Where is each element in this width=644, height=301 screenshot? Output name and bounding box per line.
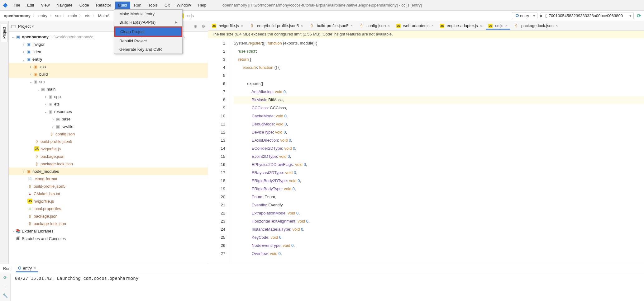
js-icon: JS [212,24,216,28]
crumb-root[interactable]: openharmony [3,13,31,18]
menu-code[interactable]: Code [76,2,92,9]
close-icon[interactable]: × [480,23,482,28]
menu-edit[interactable]: Edit [24,2,37,9]
dd-make-module[interactable]: Make Module 'entry' [114,10,182,18]
crumb-1[interactable]: entry [38,13,48,18]
tree-packagelock2[interactable]: {}package-lock.json [9,220,208,227]
js-icon: JS [396,24,401,28]
tab-5[interactable]: JSengine-adapter.js× [437,22,484,29]
json5-icon: {} [27,184,32,189]
dd-clean-project[interactable]: Clean Project [115,27,181,36]
tree-packagejson[interactable]: {}package.json [9,153,208,160]
tree-extlib[interactable]: ›📚External Libraries [9,227,208,235]
project-view-select[interactable]: Project [18,24,34,29]
refresh-icon[interactable]: ⟳ [637,13,641,19]
gear-icon[interactable]: ⚙ [202,24,205,29]
tree-rawfile[interactable]: ›▣rawfile [9,123,208,130]
tree-cpp[interactable]: ›▣cpp [9,93,208,100]
crumb-file[interactable]: cc.js [185,13,194,18]
tab-7[interactable]: {}package-lock.json× [511,22,561,30]
folder-icon: ▣ [26,57,31,62]
tab-6[interactable]: JScc.js× [486,22,510,29]
menu-refactor[interactable]: Refactor [93,2,114,9]
code-editor[interactable]: 1234567891011121314151617181920212223242… [208,38,644,264]
crumb-4[interactable]: ets [84,13,91,18]
file-size-warning: The file size (6.4 MB) exceeds the confi… [208,31,644,38]
dd-generate-key[interactable]: Generate Key and CSR [114,45,182,54]
run-panel: Run: entry × ⟳ ↑ 🔧 09/27 15:01:43: Launc… [0,264,644,301]
menu-help[interactable]: Help [195,2,209,9]
tree-nodemodules[interactable]: ›▣node_modules [9,167,208,175]
tree-buildprofile[interactable]: {}build-profile.json5 [9,138,208,145]
menu-tools[interactable]: Tools [145,2,161,9]
tab-4[interactable]: JSweb-adapter.js× [394,22,436,29]
folder-icon: ▣ [55,124,60,129]
crumb-5[interactable]: MainA [98,13,110,18]
menu-navigate[interactable]: Navigate [53,2,75,9]
run-label: Run: [3,266,12,271]
menu-file[interactable]: File [11,2,23,9]
tree-hvigorfile2[interactable]: JShvigorfile.js [9,197,208,205]
crumb-2[interactable]: src [55,13,61,18]
menu-window[interactable]: Window [174,2,194,9]
tree-cxx[interactable]: ›▣.cxx [9,63,208,70]
menu-view[interactable]: View [38,2,53,9]
close-icon[interactable]: × [351,23,353,28]
tree-resources[interactable]: ⌄▣resources [9,108,208,115]
folder-tree-icon [11,24,16,29]
dd-build-haps[interactable]: Build Hap(s)/APP(s)▶ [114,18,182,26]
tree-build[interactable]: ›▣build [9,70,208,78]
run-tab-entry[interactable]: entry × [16,265,38,272]
close-icon[interactable]: × [241,23,243,28]
tab-2[interactable]: {}build-profile.json5× [307,22,355,30]
tree-clangformat[interactable]: 📄.clang-format [9,175,208,182]
json5-icon: {} [34,139,39,144]
console-output[interactable]: 09/27 15:01:43: Launching com.cocos.open… [11,273,644,301]
tab-3[interactable]: {}config.json× [356,22,393,30]
tree-packagejson2[interactable]: {}package.json [9,212,208,220]
tree-buildprofile2[interactable]: {}build-profile.json5 [9,182,208,190]
folder-icon: ▣ [33,64,38,69]
project-panel: Project ⊕ ⚙ ⌄▣openharmonyH:\work\openhar… [9,21,208,264]
locate-icon[interactable]: ⊕ [194,24,197,29]
wrench-icon[interactable]: 🔧 [3,293,8,298]
tree-packagelock[interactable]: {}package-lock.json [9,160,208,167]
tree-cmakelists[interactable]: ▲CMakeLists.txt [9,190,208,197]
close-icon[interactable]: × [505,23,508,28]
menu-git[interactable]: Git [161,2,173,9]
close-icon[interactable]: × [34,266,36,270]
folder-icon: ▣ [48,94,53,99]
crumb-3[interactable]: main [68,13,78,18]
tree-base[interactable]: ›▣base [9,115,208,123]
tree-main[interactable]: ⌄▣main [9,85,208,93]
svg-rect-1 [12,25,15,28]
tree-ets[interactable]: ›▣ets [9,100,208,108]
tree-scratches[interactable]: 🗐Scratches and Consoles [9,235,208,242]
chevron-right-icon: ▶ [175,20,177,24]
tree-hvigorfile[interactable]: JShvigorfile.js [9,145,208,153]
up-icon[interactable]: ↑ [4,284,6,289]
device-select[interactable]: ▯70010054583239333328a00bce0063800 [541,12,634,19]
left-tool-strip: Project [0,21,9,264]
tree-src[interactable]: ⌄▣src [9,78,208,85]
close-icon[interactable]: × [556,23,558,28]
close-icon[interactable]: × [301,23,303,28]
tab-0[interactable]: JShvigorfile.js× [209,22,246,29]
project-tree[interactable]: ⌄▣openharmonyH:\work\openharmony\cative\… [9,32,208,264]
menu-build[interactable]: Build [115,2,130,9]
project-tool-tab[interactable]: Project [1,24,8,42]
tree-localprops[interactable]: ⊞local.properties [9,205,208,212]
json-icon: {} [34,161,39,166]
tab-1[interactable]: {}entry\build-profile.json5× [247,22,306,30]
tree-entry[interactable]: ⌄▣entry [9,55,208,63]
run-config-select[interactable]: entry [512,12,538,19]
code-body[interactable]: System.register([], function (exports, m… [230,38,644,264]
close-icon[interactable]: × [388,23,390,28]
svg-point-0 [516,14,518,17]
close-icon[interactable]: × [431,23,434,28]
dd-rebuild-project[interactable]: Rebuild Project [114,37,182,45]
rerun-icon[interactable]: ⟳ [3,275,7,280]
tree-configjson[interactable]: {}config.json [9,130,208,138]
svg-point-2 [18,267,21,269]
menu-run[interactable]: Run [131,2,145,9]
